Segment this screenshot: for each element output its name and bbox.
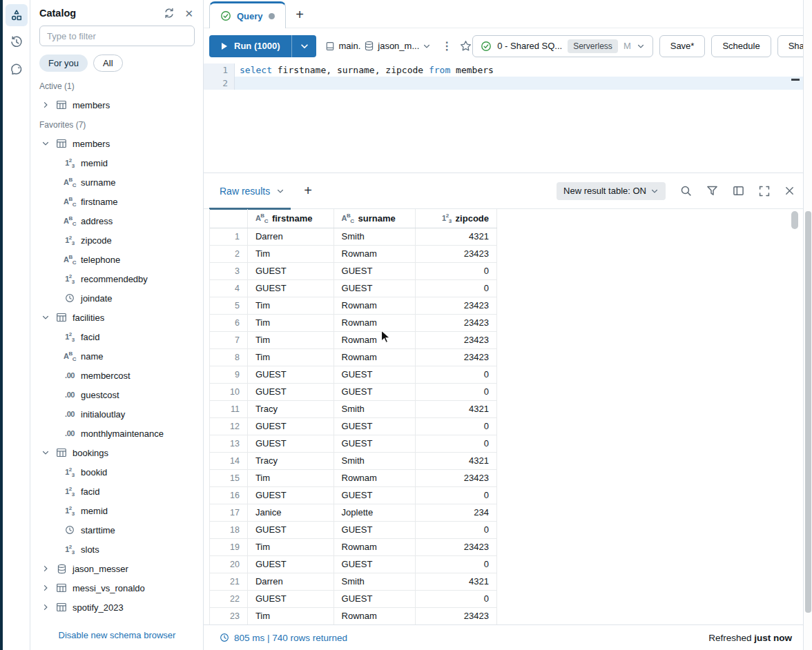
table-row[interactable]: 18GUESTGUEST0 [210,522,497,539]
cell-surname[interactable]: Smith [334,401,416,417]
tree-item-spotify_2023[interactable]: spotify_2023 [31,598,203,617]
column-header-surname[interactable]: ABCsurname [334,209,416,228]
cell-zipcode[interactable]: 23423 [416,349,497,366]
new-result-table-toggle[interactable]: New result table: ON [557,182,666,200]
tree-item-facilities[interactable]: facilities [31,308,203,327]
tree-item-joindate[interactable]: joindate [31,288,203,308]
cell-zipcode[interactable]: 0 [416,280,497,297]
tree-item-facid[interactable]: 123facid [31,327,203,346]
table-row[interactable]: 19TimRownam23423 [210,539,497,556]
table-row[interactable]: 15TimRownam23423 [210,470,497,487]
tree-item-members[interactable]: members [31,134,203,153]
filter-icon[interactable] [706,185,718,197]
cell-surname[interactable]: Rownam [334,246,416,262]
table-row[interactable]: 17JaniceJoplette234 [210,504,497,522]
rail-history-icon[interactable] [6,31,28,53]
tree-item-facid[interactable]: 123facid [31,482,203,501]
cell-zipcode[interactable]: 23423 [416,246,497,262]
more-options-kebab-icon[interactable]: ⋮ [441,39,452,52]
cell-surname[interactable]: Smith [334,453,416,469]
tree-item-recommendedby[interactable]: 123recommendedby [31,269,203,288]
tree-item-bookid[interactable]: 123bookid [31,462,203,482]
code-line[interactable]: select firstname, surname, zipcode from … [235,63,803,77]
column-header-zipcode[interactable]: 123zipcode [416,209,497,228]
tree-item-name[interactable]: ABCname [31,346,203,366]
cell-firstname[interactable]: Tracy [248,401,334,417]
cell-zipcode[interactable]: 23423 [416,608,497,624]
cell-zipcode[interactable]: 23423 [416,332,497,348]
cell-surname[interactable]: Rownam [334,332,416,348]
table-row[interactable]: 1DarrenSmith4321 [210,228,497,246]
tab-query[interactable]: Query [209,1,286,28]
cell-surname[interactable]: GUEST [334,366,416,383]
tree-item-telephone[interactable]: ABCtelephone [31,250,203,269]
save-button[interactable]: Save* [659,35,706,57]
tree-item-diamonds[interactable]: diamonds [31,617,203,622]
page-scrollbar-thumb[interactable] [805,211,811,613]
table-row[interactable]: 21DarrenSmith4321 [210,573,497,591]
table-row[interactable]: 20GUESTGUEST0 [210,556,497,573]
cell-firstname[interactable]: Tim [248,608,334,624]
table-row[interactable]: 22GUESTGUEST0 [210,591,497,608]
filter-pill-for-you[interactable]: For you [39,55,88,72]
refresh-icon[interactable] [164,8,175,19]
editor-line-1[interactable]: 1select firstname, surname, zipcode from… [204,63,803,77]
cell-firstname[interactable]: GUEST [248,384,334,400]
table-row[interactable]: 10GUESTGUEST0 [210,384,497,401]
add-result-tab-button[interactable]: + [304,183,312,199]
cell-firstname[interactable]: GUEST [248,418,334,435]
cell-surname[interactable]: GUEST [334,263,416,279]
cell-firstname[interactable]: Tim [248,332,334,348]
cell-firstname[interactable]: Darren [248,573,334,590]
table-row[interactable]: 11TracySmith4321 [210,401,497,418]
cell-zipcode[interactable]: 0 [416,522,497,538]
cell-firstname[interactable]: Tim [248,539,334,555]
tree-item-guestcost[interactable]: .00guestcost [31,385,203,404]
cell-surname[interactable]: Rownam [334,608,416,624]
table-row[interactable]: 8TimRownam23423 [210,349,497,366]
column-header-firstname[interactable]: ABCfirstname [248,209,334,228]
chevron-down-icon[interactable] [40,138,51,149]
tree-item-jason_messer[interactable]: jason_messer [31,559,203,578]
favorite-star-icon[interactable] [459,39,472,52]
cell-firstname[interactable]: Darren [248,228,334,245]
tree-item-initialoutlay[interactable]: .00initialoutlay [31,404,203,424]
cell-zipcode[interactable]: 0 [416,556,497,573]
table-row[interactable]: 16GUESTGUEST0 [210,487,497,504]
editor-line-2[interactable]: 2 [204,77,803,90]
search-icon[interactable] [680,185,692,197]
sql-code-editor[interactable]: 1select firstname, surname, zipcode from… [204,63,803,173]
cell-surname[interactable]: GUEST [334,435,416,452]
run-button[interactable]: Run (1000) [209,35,291,57]
tree-item-starttime[interactable]: starttime [31,520,203,540]
tree-item-messi_vs_ronaldo[interactable]: messi_vs_ronaldo [31,578,203,598]
table-row[interactable]: 14TracySmith4321 [210,453,497,470]
run-options-caret[interactable] [291,35,316,57]
cell-zipcode[interactable]: 23423 [416,297,497,314]
query-duration-status[interactable]: 805 ms | 740 rows returned [220,633,347,643]
cell-firstname[interactable]: Tim [248,315,334,331]
cell-surname[interactable]: Joplette [334,504,416,521]
cell-firstname[interactable]: GUEST [248,487,334,504]
cell-surname[interactable]: GUEST [334,591,416,607]
chevron-down-icon[interactable] [40,312,51,323]
cell-firstname[interactable]: Tracy [248,453,334,469]
chevron-right-icon[interactable] [40,99,51,110]
cell-firstname[interactable]: GUEST [248,591,334,607]
table-row[interactable]: 3GUESTGUEST0 [210,263,497,280]
cell-firstname[interactable]: GUEST [248,280,334,297]
cell-zipcode[interactable]: 4321 [416,228,497,245]
cell-firstname[interactable]: GUEST [248,366,334,383]
cell-zipcode[interactable]: 0 [416,591,497,607]
cell-surname[interactable]: Smith [334,228,416,245]
cell-firstname[interactable]: Tim [248,349,334,366]
table-row[interactable]: 2TimRownam23423 [210,246,497,263]
tree-item-slots[interactable]: 123slots [31,540,203,559]
tree-item-membercost[interactable]: .00membercost [31,366,203,385]
cell-firstname[interactable]: Tim [248,297,334,314]
new-tab-button[interactable]: + [291,6,309,23]
tree-item-zipcode[interactable]: 123zipcode [31,230,203,250]
cell-firstname[interactable]: GUEST [248,522,334,538]
chevron-right-icon[interactable] [40,602,51,613]
chevron-down-icon[interactable] [40,447,51,458]
